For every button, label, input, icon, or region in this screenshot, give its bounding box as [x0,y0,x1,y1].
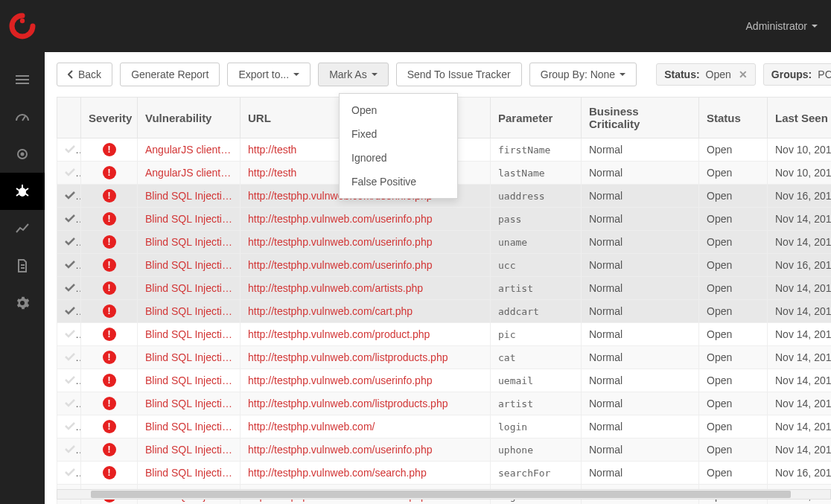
row-checkbox[interactable] [65,374,75,386]
cell-status: Open [699,208,768,231]
cell-last-seen: Nov 14, 2016 [768,415,832,438]
row-checkbox[interactable] [65,398,75,409]
col-vulnerability[interactable]: Vulnerability [138,98,241,138]
cell-business: Normal [582,392,699,415]
cell-status: Open [699,323,768,346]
export-label: Export to... [238,68,289,80]
severity-high-icon: ! [103,281,116,295]
cell-vulnerability: AngularJS client-sid... [138,138,241,162]
col-status[interactable]: Status [699,98,768,138]
cell-status: Open [699,162,768,185]
table-row[interactable]: !Blind SQL Injectionhttp://testphp.vulnw… [57,392,832,415]
table-row[interactable]: !Blind SQL Injectionhttp://testphp.vulnw… [57,346,832,369]
row-checkbox[interactable] [65,144,75,156]
row-checkbox[interactable] [65,351,75,363]
row-checkbox[interactable] [65,444,75,456]
svg-point-6 [22,153,24,156]
user-label: Administrator [746,20,807,32]
mark-as-option[interactable]: False Positive [340,170,457,194]
user-menu[interactable]: Administrator [746,20,818,32]
col-severity[interactable]: Severity [81,98,138,138]
cell-parameter: artist [491,392,582,415]
cell-url[interactable]: http://testphp.vulnweb.com/artists.php [241,277,491,300]
row-checkbox[interactable] [65,282,75,294]
col-last-seen[interactable]: Last Seen [768,98,832,138]
sidebar-item-files[interactable] [0,247,45,284]
table-row[interactable]: !Blind SQL Injectionhttp://testphp.vulnw… [57,277,832,300]
row-checkbox[interactable] [65,305,75,317]
cell-url[interactable]: http://testphp.vulnweb.com/userinfo.php [241,254,491,277]
send-issue-tracker-button[interactable]: Send To Issue Tracker [396,63,522,86]
row-checkbox[interactable] [65,421,75,433]
cell-url[interactable]: http://testphp.vulnweb.com/search.php [241,462,491,485]
sidebar-item-gauge[interactable] [0,98,45,135]
sidebar-item-reports[interactable] [0,210,45,247]
col-business[interactable]: Business Criticality [582,98,699,138]
row-checkbox[interactable] [65,259,75,271]
mark-as-button[interactable]: Mark As [318,63,389,86]
col-checkbox[interactable] [57,98,81,138]
cell-vulnerability: Blind SQL Injection [138,415,241,438]
table-row[interactable]: !Blind SQL Injectionhttp://testphp.vulnw… [57,300,832,323]
generate-report-button[interactable]: Generate Report [120,63,220,86]
row-checkbox[interactable] [65,467,75,479]
row-checkbox[interactable] [65,236,75,248]
cell-url[interactable]: http://testphp.vulnweb.com/userinfo.php [241,438,491,462]
cell-url[interactable]: http://testphp.vulnweb.com/product.php [241,323,491,346]
cell-url[interactable]: http://testphp.vulnweb.com/userinfo.php [241,369,491,392]
severity-high-icon: ! [103,304,116,318]
cell-parameter: uaddress [491,185,582,208]
back-button[interactable]: Back [57,63,112,86]
severity-high-icon: ! [103,212,116,226]
cell-status: Open [699,277,768,300]
scrollbar-thumb[interactable] [91,491,791,498]
table-row[interactable]: !Blind SQL Injectionhttp://testphp.vulnw… [57,462,832,485]
cell-url[interactable]: http://testphp.vulnweb.com/ [241,415,491,438]
cell-business: Normal [582,300,699,323]
mark-as-dropdown: OpenFixedIgnoredFalse Positive [339,93,458,199]
svg-rect-1 [16,75,29,77]
table-row[interactable]: !Blind SQL Injectionhttp://testphp.vulnw… [57,369,832,392]
cell-vulnerability: AngularJS client-sid... [138,162,241,185]
table-row[interactable]: !Blind SQL Injectionhttp://testphp.vulnw… [57,231,832,254]
cell-url[interactable]: http://testphp.vulnweb.com/listproducts.… [241,346,491,369]
export-to-button[interactable]: Export to... [227,63,311,86]
close-icon[interactable]: ✕ [736,68,748,80]
severity-high-icon: ! [103,443,116,456]
table-row[interactable]: !Blind SQL Injectionhttp://testphp.vulnw… [57,415,832,438]
cell-last-seen: Nov 14, 2016 [768,392,832,415]
cell-parameter: firstName [491,138,582,162]
row-checkbox[interactable] [65,167,75,179]
table-row[interactable]: !Blind SQL Injectionhttp://testphp.vulnw… [57,254,832,277]
col-parameter[interactable]: Parameter [491,98,582,138]
cell-url[interactable]: http://testphp.vulnweb.com/userinfo.php [241,231,491,254]
severity-high-icon: ! [103,420,116,433]
severity-high-icon: ! [103,466,116,479]
groups-filter-chip[interactable]: Groups: PCI, External, Production ✕ [763,63,831,86]
severity-high-icon: ! [103,258,116,272]
horizontal-scrollbar[interactable] [57,489,831,500]
row-checkbox[interactable] [65,213,75,225]
cell-last-seen: Nov 10, 2016 [768,138,832,162]
sidebar-item-vulnerabilities[interactable] [0,173,45,210]
row-checkbox[interactable] [65,328,75,340]
cell-url[interactable]: http://testphp.vulnweb.com/userinfo.php [241,208,491,231]
cell-last-seen: Nov 14, 2016 [768,277,832,300]
caret-down-icon [372,73,378,76]
cell-url[interactable]: http://testphp.vulnweb.com/cart.php [241,300,491,323]
mark-as-option[interactable]: Open [340,98,457,122]
sidebar-item-settings[interactable] [0,284,45,322]
mark-as-option[interactable]: Ignored [340,146,457,170]
table-row[interactable]: !Blind SQL Injectionhttp://testphp.vulnw… [57,323,832,346]
group-by-button[interactable]: Group By: None [529,63,637,86]
cell-url[interactable]: http://testphp.vulnweb.com/listproducts.… [241,392,491,415]
cell-vulnerability: Blind SQL Injection [138,254,241,277]
table-row[interactable]: !Blind SQL Injectionhttp://testphp.vulnw… [57,438,832,462]
status-filter-chip[interactable]: Status: Open ✕ [656,63,756,86]
mark-as-option[interactable]: Fixed [340,122,457,146]
table-row[interactable]: !Blind SQL Injectionhttp://testphp.vulnw… [57,208,832,231]
sidebar-item-dashboard[interactable] [0,61,45,98]
cell-business: Normal [582,138,699,162]
sidebar-item-target[interactable] [0,135,45,173]
row-checkbox[interactable] [65,190,75,202]
